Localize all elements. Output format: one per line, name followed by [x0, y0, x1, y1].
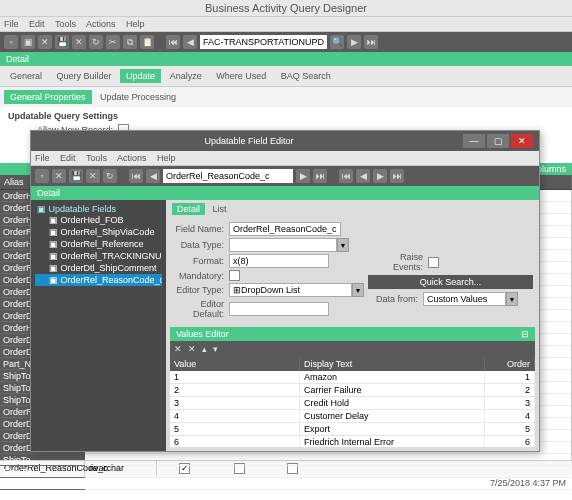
values-row[interactable]: 4Customer Delay4 [170, 410, 535, 423]
paste-icon[interactable]: 📋 [140, 35, 154, 49]
modal-title: Updatable Field Editor [37, 136, 461, 146]
maximize-icon[interactable]: ▢ [487, 134, 509, 148]
menu-actions[interactable]: Actions [86, 19, 116, 29]
values-editor-toolbar: ✕ ✕ ▴ ▾ [170, 341, 535, 357]
values-row[interactable]: 6Friedrich Internal Error6 [170, 436, 535, 447]
alias-cell[interactable]: ShipTo_ [0, 466, 85, 478]
editor-default-input[interactable] [229, 302, 329, 316]
ve-up-icon[interactable]: ▴ [202, 344, 207, 354]
modal-nav-next2-icon[interactable]: ▶ [373, 169, 387, 183]
values-editor: Values Editor⊟ ✕ ✕ ▴ ▾ Value Display Tex… [170, 327, 535, 447]
modal-nav-first-icon[interactable]: ⏮ [129, 169, 143, 183]
values-editor-title: Values Editor [176, 329, 521, 339]
datafrom-dd-icon[interactable]: ▼ [506, 292, 518, 306]
close-icon[interactable]: ✕ [38, 35, 52, 49]
modal-nav-last-icon[interactable]: ⏭ [313, 169, 327, 183]
values-row[interactable]: 1Amazon1 [170, 371, 535, 384]
modal-titlebar[interactable]: Updatable Field Editor — ▢ ✕ [31, 131, 539, 151]
modal-tab-list[interactable]: List [208, 203, 232, 215]
modal-close-icon[interactable]: ✕ [52, 169, 66, 183]
query-id-input[interactable]: FAC-TRANSPORTATIONUPD [200, 35, 327, 49]
modal-menu-tools[interactable]: Tools [86, 153, 107, 163]
mandatory-checkbox[interactable] [229, 270, 240, 281]
copy-icon[interactable]: ⧉ [123, 35, 137, 49]
tree-root[interactable]: ▣ Updatable Fields [35, 204, 162, 214]
modal-nav-first2-icon[interactable]: ⏮ [339, 169, 353, 183]
tab-baq-search[interactable]: BAQ Search [275, 69, 337, 83]
values-row[interactable]: 5Export5 [170, 423, 535, 436]
col-order[interactable]: Order [485, 357, 535, 371]
data-type-dropdown[interactable] [229, 238, 337, 252]
values-row[interactable]: 3Credit Hold3 [170, 397, 535, 410]
nav-next-icon[interactable]: ▶ [347, 35, 361, 49]
modal-nav-prev-icon[interactable]: ◀ [146, 169, 160, 183]
editor-type-dropdown[interactable]: ⊞ DropDown List [229, 283, 352, 297]
detail-header: Detail [0, 52, 572, 66]
editortype-dd-icon[interactable]: ▼ [352, 283, 364, 297]
values-row[interactable]: 2Carrier Failure2 [170, 384, 535, 397]
modal-delete-icon[interactable]: ✕ [86, 169, 100, 183]
col-display-text[interactable]: Display Text [300, 357, 485, 371]
tab-general[interactable]: General [4, 69, 48, 83]
search-icon[interactable]: 🔍 [330, 35, 344, 49]
save-icon[interactable]: 💾 [55, 35, 69, 49]
modal-nav-last2-icon[interactable]: ⏭ [390, 169, 404, 183]
modal-new-icon[interactable]: ▫ [35, 169, 49, 183]
nav-last-icon[interactable]: ⏭ [364, 35, 378, 49]
menu-help[interactable]: Help [126, 19, 145, 29]
format-input[interactable]: x(8) [229, 254, 329, 268]
data-from-dropdown[interactable]: Custom Values [423, 292, 506, 306]
menu-file[interactable]: File [4, 19, 19, 29]
tree-node[interactable]: ▣ OrderRel_ShipViaCode [35, 226, 162, 238]
lbl-format: Format: [174, 256, 229, 266]
refresh-icon[interactable]: ↻ [89, 35, 103, 49]
modal-refresh-icon[interactable]: ↻ [103, 169, 117, 183]
tree-node[interactable]: ▣ OrderRel_ReasonCode_c [35, 274, 162, 286]
modal-field-input[interactable]: OrderRel_ReasonCode_c [163, 169, 293, 183]
sub-tabs: General Properties Update Processing [0, 87, 572, 107]
col-value[interactable]: Value [170, 357, 300, 371]
alias-cell[interactable]: ShipTo_ [0, 454, 85, 466]
subtab-update-processing[interactable]: Update Processing [94, 90, 182, 104]
menu-tools[interactable]: Tools [55, 19, 76, 29]
close-window-icon[interactable]: ✕ [511, 134, 533, 148]
new-icon[interactable]: ▫ [4, 35, 18, 49]
values-editor-collapse-icon[interactable]: ⊟ [521, 329, 529, 339]
values-grid-header: Value Display Text Order [170, 357, 535, 371]
minimize-icon[interactable]: — [463, 134, 485, 148]
ve-delete-icon[interactable]: ✕ [188, 344, 196, 354]
modal-nav-next-icon[interactable]: ▶ [296, 169, 310, 183]
alias-cell[interactable]: Calculate [0, 478, 85, 490]
field-name-input[interactable]: OrderRel_ReasonCode_c [229, 222, 341, 236]
modal-menu-edit[interactable]: Edit [60, 153, 76, 163]
main-toolbar: ▫ ▣ ✕ 💾 ✕ ↻ ✂ ⧉ 📋 ⏮ ◀ FAC-TRANSPORTATION… [0, 32, 572, 52]
delete-icon[interactable]: ✕ [72, 35, 86, 49]
ve-down-icon[interactable]: ▾ [213, 344, 218, 354]
modal-save-icon[interactable]: 💾 [69, 169, 83, 183]
datatype-dd-icon[interactable]: ▼ [337, 238, 349, 252]
modal-menu-actions[interactable]: Actions [117, 153, 147, 163]
menu-edit[interactable]: Edit [29, 19, 45, 29]
tab-query-builder[interactable]: Query Builder [51, 69, 118, 83]
lbl-data-from: Data from: [368, 294, 423, 304]
modal-nav-prev2-icon[interactable]: ◀ [356, 169, 370, 183]
tab-where-used[interactable]: Where Used [210, 69, 272, 83]
tree-node[interactable]: ▣ OrderRel_TRACKINGNUM_c [35, 250, 162, 262]
open-icon[interactable]: ▣ [21, 35, 35, 49]
modal-menu-help[interactable]: Help [157, 153, 176, 163]
tab-update[interactable]: Update [120, 69, 161, 83]
nav-prev-icon[interactable]: ◀ [183, 35, 197, 49]
subtab-general-props[interactable]: General Properties [4, 90, 92, 104]
tree-node[interactable]: ▣ OrderHed_FOB [35, 214, 162, 226]
quick-search-button[interactable]: Quick Search... [368, 275, 533, 289]
ve-add-icon[interactable]: ✕ [174, 344, 182, 354]
updatable-fields-tree[interactable]: ▣ Updatable Fields ▣ OrderHed_FOB▣ Order… [31, 200, 166, 451]
tree-node[interactable]: ▣ OrderRel_Reference [35, 238, 162, 250]
cut-icon[interactable]: ✂ [106, 35, 120, 49]
raise-events-checkbox[interactable] [428, 257, 439, 268]
nav-first-icon[interactable]: ⏮ [166, 35, 180, 49]
modal-tab-detail[interactable]: Detail [172, 203, 205, 215]
tree-node[interactable]: ▣ OrderDtl_ShipComment [35, 262, 162, 274]
tab-analyze[interactable]: Analyze [164, 69, 208, 83]
modal-menu-file[interactable]: File [35, 153, 50, 163]
